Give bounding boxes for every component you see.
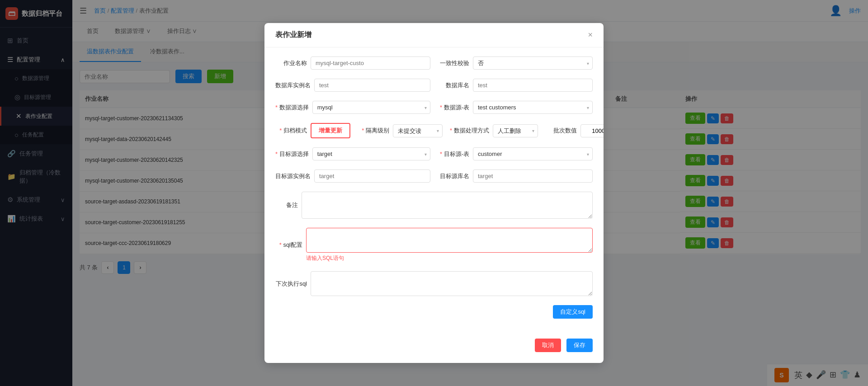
datasource-label: 数据源选择 — [275, 104, 309, 112]
dialog-title: 表作业新增 — [275, 30, 311, 40]
form-row-next-sql: 下次执行sql — [275, 271, 593, 296]
next-sql-label: 下次执行sql — [275, 280, 307, 288]
form-row-4: 归档模式 增量更新 隔离级别 未提交读 读已提交 可重复读 串行化 ▾ — [275, 123, 593, 138]
data-process-label: 数据处理方式 — [450, 127, 489, 135]
db-instance-label: 数据库实例名 — [275, 81, 311, 89]
target-label: 目标源选择 — [275, 150, 309, 158]
form-group-target-instance: 目标源实例名 — [275, 169, 430, 183]
target-db-label: 目标源库名 — [438, 172, 469, 180]
form-row-3: 数据源选择 mysql oracle postgresql ▾ 数据源-表 — [275, 101, 593, 114]
dialog-close-button[interactable]: × — [588, 30, 593, 40]
form-group-db-instance: 数据库实例名 — [275, 79, 430, 92]
form-row-sql: sql配置 请输入SQL语句 — [275, 228, 593, 262]
form-group-datasource: 数据源选择 mysql oracle postgresql ▾ — [275, 101, 430, 114]
isolation-label: 隔离级别 — [358, 127, 389, 135]
data-process-select-wrapper: 人工删除 自动删除 ▾ — [493, 124, 538, 137]
form-group-datasource-table: 数据源-表 test customers ▾ — [438, 101, 593, 114]
cancel-button[interactable]: 取消 — [535, 339, 561, 352]
target-table-select-wrapper: customer ▾ — [473, 147, 593, 160]
form-group-remark: 备注 — [275, 192, 593, 219]
form-group-job-name: 作业名称 — [275, 56, 430, 70]
job-name-label: 作业名称 — [275, 59, 307, 67]
target-instance-input[interactable] — [314, 169, 430, 183]
consistency-select[interactable]: 否 是 — [473, 56, 593, 70]
datasource-table-label: 数据源-表 — [438, 104, 469, 112]
archive-mode-button[interactable]: 增量更新 — [311, 123, 350, 138]
datasource-table-select[interactable]: test customers — [473, 101, 593, 114]
form-row-6: 目标源实例名 目标源库名 — [275, 169, 593, 183]
target-instance-label: 目标源实例名 — [275, 172, 311, 180]
form-group-db-name: 数据库名 — [438, 79, 593, 92]
sql-error-message: 请输入SQL语句 — [306, 254, 593, 262]
target-table-label: 目标源-表 — [438, 150, 469, 158]
dialog-footer: 取消 保存 — [264, 331, 604, 352]
form-group-data-process: 数据处理方式 人工删除 自动删除 ▾ — [450, 124, 538, 137]
consistency-label: 一致性校验 — [438, 59, 469, 67]
batch-label: 批次数值 — [545, 127, 577, 135]
consistency-select-wrapper: 否 是 ▾ — [473, 56, 593, 70]
dialog: 表作业新增 × 作业名称 一致性校验 否 是 ▾ — [264, 23, 604, 363]
form-row-2: 数据库实例名 数据库名 — [275, 79, 593, 92]
target-db-input[interactable] — [473, 169, 593, 183]
job-name-input[interactable] — [311, 56, 430, 70]
target-table-select[interactable]: customer — [473, 147, 593, 160]
form-group-consistency: 一致性校验 否 是 ▾ — [438, 56, 593, 70]
data-process-select[interactable]: 人工删除 自动删除 — [493, 124, 538, 137]
save-button[interactable]: 保存 — [566, 339, 593, 352]
isolation-select-wrapper: 未提交读 读已提交 可重复读 串行化 ▾ — [393, 124, 443, 137]
sql-input-wrapper: 请输入SQL语句 — [306, 228, 593, 262]
target-select[interactable]: target — [312, 147, 430, 160]
dialog-header: 表作业新增 × — [264, 23, 604, 47]
datasource-select[interactable]: mysql oracle postgresql — [312, 101, 430, 114]
db-name-label: 数据库名 — [438, 81, 469, 89]
custom-sql-row: 自定义sql — [275, 305, 593, 319]
db-instance-input[interactable] — [314, 79, 430, 92]
datasource-select-wrapper: mysql oracle postgresql ▾ — [312, 101, 430, 114]
form-group-sql-label-row: sql配置 请输入SQL语句 — [275, 228, 593, 262]
archive-mode-label: 归档模式 — [275, 127, 307, 135]
form-group-target-db: 目标源库名 — [438, 169, 593, 183]
form-row-remark: 备注 — [275, 192, 593, 219]
next-sql-textarea[interactable] — [311, 271, 593, 296]
sql-config-textarea[interactable] — [306, 228, 593, 253]
custom-sql-button[interactable]: 自定义sql — [553, 305, 593, 319]
sql-config-label: sql配置 — [275, 241, 302, 249]
target-select-wrapper: target ▾ — [312, 147, 430, 160]
form-group-target: 目标源选择 target ▾ — [275, 147, 430, 160]
batch-input[interactable] — [580, 124, 604, 137]
form-group-isolation: 隔离级别 未提交读 读已提交 可重复读 串行化 ▾ — [358, 124, 443, 137]
remark-label: 备注 — [275, 201, 298, 209]
form-group-batch: 批次数值 — [545, 124, 604, 137]
remark-textarea[interactable] — [302, 192, 593, 219]
form-row-5: 目标源选择 target ▾ 目标源-表 customer ▾ — [275, 147, 593, 160]
form-group-target-table: 目标源-表 customer ▾ — [438, 147, 593, 160]
form-group-next-sql: 下次执行sql — [275, 271, 593, 296]
db-name-input[interactable] — [473, 79, 593, 92]
isolation-select[interactable]: 未提交读 读已提交 可重复读 串行化 — [393, 124, 443, 137]
modal-overlay: 表作业新增 × 作业名称 一致性校验 否 是 ▾ — [0, 0, 868, 386]
form-group-archive-mode: 归档模式 增量更新 — [275, 123, 350, 138]
datasource-table-select-wrapper: test customers ▾ — [473, 101, 593, 114]
dialog-body: 作业名称 一致性校验 否 是 ▾ 数据库实例名 — [264, 47, 604, 331]
form-row-1: 作业名称 一致性校验 否 是 ▾ — [275, 56, 593, 70]
